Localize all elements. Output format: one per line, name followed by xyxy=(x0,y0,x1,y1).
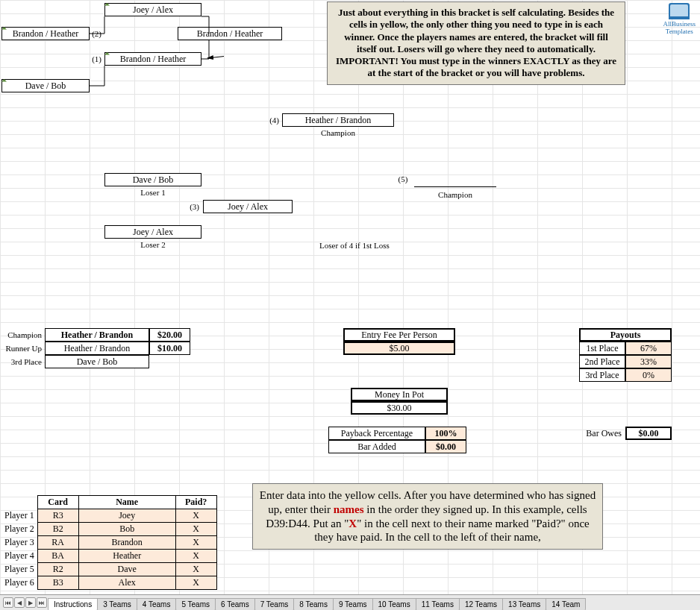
callout-top: Just about everything in this bracket is… xyxy=(327,1,625,85)
entry-fee-label: Entry Fee Per Person xyxy=(343,328,455,342)
col-name: Name xyxy=(78,496,175,509)
losers-final[interactable]: Joey / Alex xyxy=(203,200,293,213)
payout-3-label: 3rd Place xyxy=(579,368,625,382)
row-label: Player 4 xyxy=(1,550,37,563)
results-champion[interactable]: Heather / Brandon xyxy=(45,328,149,342)
row-label: Player 5 xyxy=(1,563,37,576)
bracket-num-5: (5) xyxy=(396,173,410,185)
winner-side-champ[interactable]: Heather / Brandon xyxy=(282,113,394,127)
brand-text: AllBusiness Templates xyxy=(663,20,696,35)
col-paid: Paid? xyxy=(175,496,216,509)
pot-label: Money In Pot xyxy=(351,388,448,401)
payout-3-value[interactable]: 0% xyxy=(625,368,672,382)
player-paid[interactable]: X xyxy=(175,576,216,590)
bracket-num-3: (3) xyxy=(187,200,201,213)
bracket-num-2: (2) xyxy=(90,27,103,40)
row-label: Player 3 xyxy=(1,536,37,550)
entry-fee-value[interactable]: $5.00 xyxy=(343,342,455,355)
player-card[interactable]: B2 xyxy=(37,523,78,536)
baradded-value[interactable]: $0.00 xyxy=(425,440,466,453)
tab-12teams[interactable]: 12 Teams xyxy=(459,598,503,610)
row-label: Player 6 xyxy=(1,576,37,590)
bracket-num-1: (1) xyxy=(90,52,103,66)
payout-1-label: 1st Place xyxy=(579,342,625,355)
tab-10teams[interactable]: 10 Teams xyxy=(372,598,416,610)
loser1-label: Loser 1 xyxy=(104,186,201,198)
champion-label: Champion xyxy=(282,127,394,139)
seed-botleft[interactable]: Dave / Bob xyxy=(1,79,90,92)
winner-r1[interactable]: Brandon / Heather xyxy=(104,52,201,66)
tabnav-last-icon[interactable]: ⏭ xyxy=(37,597,47,608)
results-champion-pay[interactable]: $20.00 xyxy=(149,328,190,342)
loser2-label: Loser 2 xyxy=(104,239,201,251)
player-name[interactable]: Heather xyxy=(78,550,175,563)
payouts-title: Payouts xyxy=(579,328,672,342)
barowes-label: Bar Owes xyxy=(563,427,623,440)
loser4-label: Loser of 4 if 1st Loss xyxy=(299,239,410,252)
payout-2-value[interactable]: 33% xyxy=(625,355,672,368)
player-name[interactable]: Brandon xyxy=(78,536,175,550)
laptop-icon xyxy=(669,3,690,19)
payout-1-value[interactable]: 67% xyxy=(625,342,672,355)
player-name[interactable]: Dave xyxy=(78,563,175,576)
player-paid[interactable]: X xyxy=(175,509,216,523)
callout-b-names: names xyxy=(334,503,364,515)
player-paid[interactable]: X xyxy=(175,550,216,563)
player-paid[interactable]: X xyxy=(175,523,216,536)
loser1[interactable]: Dave / Bob xyxy=(104,173,201,186)
callout-b-x: X xyxy=(349,518,357,529)
player-name[interactable]: Joey xyxy=(78,509,175,523)
tab-3teams[interactable]: 3 Teams xyxy=(97,598,137,610)
tabnav-next-icon[interactable]: ▶ xyxy=(25,597,36,608)
results-runnerup-label: Runner Up xyxy=(0,342,43,355)
seed-topleft[interactable]: Brandon / Heather xyxy=(1,27,90,40)
tab-4teams[interactable]: 4 Teams xyxy=(137,598,177,610)
row-label: Player 1 xyxy=(1,509,37,523)
player-paid[interactable]: X xyxy=(175,536,216,550)
player-name[interactable]: Alex xyxy=(78,576,175,590)
player-card[interactable]: RA xyxy=(37,536,78,550)
winner-r1b[interactable]: Brandon / Heather xyxy=(178,27,282,40)
player-card[interactable]: B3 xyxy=(37,576,78,590)
player-name[interactable]: Bob xyxy=(78,523,175,536)
blank xyxy=(1,496,37,509)
grand-final-champ-label: Champion xyxy=(414,186,496,201)
tab-6teams[interactable]: 6 Teams xyxy=(215,598,255,610)
player-card[interactable]: R3 xyxy=(37,509,78,523)
tabnav-prev-icon[interactable]: ◀ xyxy=(14,597,25,608)
callout-bottom: Enter data into the yellow cells. After … xyxy=(252,483,603,550)
player-card[interactable]: R2 xyxy=(37,563,78,576)
row-label: Player 2 xyxy=(1,523,37,536)
player-card[interactable]: BA xyxy=(37,550,78,563)
tab-9teams[interactable]: 9 Teams xyxy=(333,598,373,610)
tab-instructions[interactable]: Instructions xyxy=(48,598,98,610)
tab-8teams[interactable]: 8 Teams xyxy=(293,598,334,610)
payback-label: Payback Percentage xyxy=(328,427,425,440)
players-table[interactable]: Card Name Paid? Player 1R3JoeyX Player 2… xyxy=(1,495,217,590)
results-third-label: 3rd Place xyxy=(0,355,43,368)
tab-5teams[interactable]: 5 Teams xyxy=(175,598,216,610)
results-runnerup-pay[interactable]: $10.00 xyxy=(149,342,190,355)
tab-11teams[interactable]: 11 Teams xyxy=(416,598,460,610)
payback-value[interactable]: 100% xyxy=(425,427,466,440)
tabnav-first-icon[interactable]: ⏮ xyxy=(3,597,13,608)
seed-topright[interactable]: Joey / Alex xyxy=(104,3,201,16)
player-paid[interactable]: X xyxy=(175,563,216,576)
payout-2-label: 2nd Place xyxy=(579,355,625,368)
bracket-num-4: (4) xyxy=(267,113,281,127)
sheet-tabs[interactable]: ⏮ ◀ ▶ ⏭ Instructions 3 Teams 4 Teams 5 T… xyxy=(0,594,700,610)
col-card: Card xyxy=(37,496,78,509)
tab-13teams[interactable]: 13 Teams xyxy=(502,598,546,610)
brand-logo: AllBusiness Templates xyxy=(663,3,696,35)
callout-top-text: Just about everything in this bracket is… xyxy=(336,7,616,78)
barowes-value[interactable]: $0.00 xyxy=(625,427,672,440)
results-champion-label: Champion xyxy=(0,328,43,342)
results-runnerup[interactable]: Heather / Brandon xyxy=(45,342,149,355)
tab-7teams[interactable]: 7 Teams xyxy=(254,598,295,610)
baradded-label: Bar Added xyxy=(328,440,425,453)
tab-14teams[interactable]: 14 Team xyxy=(546,598,586,610)
pot-value[interactable]: $30.00 xyxy=(351,401,448,415)
loser2[interactable]: Joey / Alex xyxy=(104,225,201,239)
results-third[interactable]: Dave / Bob xyxy=(45,355,149,368)
